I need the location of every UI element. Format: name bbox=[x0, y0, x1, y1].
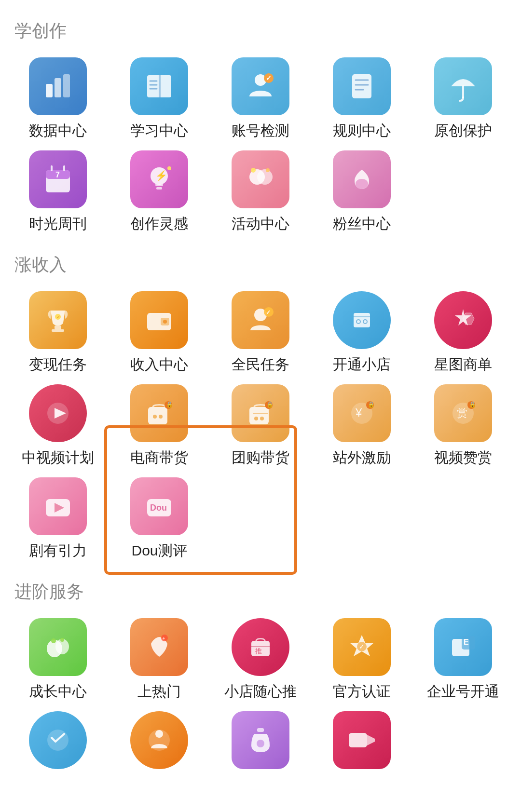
item-drama-gravity[interactable]: 剧有引力 bbox=[10, 477, 106, 561]
item-dou-review[interactable]: Dou Dou测评 bbox=[111, 477, 207, 561]
item-rules-center[interactable]: 规则中心 bbox=[314, 57, 410, 141]
all-task-label: 全民任务 bbox=[232, 355, 289, 375]
svg-text:🔒: 🔒 bbox=[166, 401, 173, 408]
item-xintu[interactable]: 星图商单 bbox=[415, 291, 511, 375]
trending-icon: + bbox=[130, 618, 188, 676]
svg-rect-87 bbox=[257, 728, 264, 732]
item-account-check[interactable]: ✓ 账号检测 bbox=[212, 57, 309, 141]
svg-point-54 bbox=[260, 417, 264, 420]
xintu-label: 星图商单 bbox=[434, 355, 492, 375]
item-cash-task[interactable]: ✓ 变现任务 bbox=[10, 291, 106, 375]
svg-point-71 bbox=[51, 638, 56, 643]
groupbuy-icon: 🔒 bbox=[232, 384, 289, 442]
item-growth-center[interactable]: 成长中心 bbox=[10, 618, 106, 702]
item-orange-btn[interactable] bbox=[111, 711, 207, 775]
orange-circle-svg bbox=[142, 723, 176, 757]
svg-rect-51 bbox=[249, 407, 269, 424]
ecommerce-icon: 🔒 bbox=[130, 384, 188, 442]
item-original-protect[interactable]: 原创保护 bbox=[415, 57, 511, 141]
fans-svg bbox=[345, 162, 379, 196]
video-reward-label: 视频赞赏 bbox=[434, 448, 492, 468]
svg-text:✓: ✓ bbox=[56, 314, 60, 320]
item-fans-center[interactable]: 粉丝中心 bbox=[314, 150, 410, 234]
item-mid-video[interactable]: 中视频计划 bbox=[10, 384, 106, 468]
ecommerce-svg: 🔒 bbox=[142, 396, 176, 430]
item-open-shop[interactable]: 开通小店 bbox=[314, 291, 410, 375]
item-purple-bottle[interactable] bbox=[212, 711, 309, 775]
item-shop-promo[interactable]: 推 小店随心推 bbox=[212, 618, 309, 702]
svg-rect-4 bbox=[159, 75, 161, 97]
item-group-buy[interactable]: 🔒 团购带货 bbox=[212, 384, 309, 468]
blue-circle-icon bbox=[29, 711, 87, 769]
enterprise-open-label: 企业号开通 bbox=[427, 682, 499, 702]
enterprise-icon: E bbox=[434, 618, 492, 676]
svg-point-48 bbox=[159, 415, 163, 419]
outside-icon: ¥ 🔒 bbox=[333, 384, 391, 442]
group-buy-label: 团购带货 bbox=[232, 448, 289, 468]
bar-chart-icon bbox=[41, 69, 75, 103]
open-shop-label: 开通小店 bbox=[333, 355, 391, 375]
shoppromo-svg: 推 bbox=[244, 630, 277, 664]
xintu-icon bbox=[434, 291, 492, 349]
svg-text:推: 推 bbox=[255, 647, 262, 655]
svg-rect-0 bbox=[46, 84, 53, 97]
item-income-center[interactable]: 收入中心 bbox=[111, 291, 207, 375]
item-video-reward[interactable]: 赏 🔒 视频赞赏 bbox=[415, 384, 511, 468]
shop-svg bbox=[345, 303, 379, 337]
growth-icon bbox=[29, 618, 87, 676]
doutest-svg: Dou bbox=[142, 489, 176, 523]
item-create-inspire[interactable]: ⚡ 创作灵感 bbox=[111, 150, 207, 234]
blue-circle-svg bbox=[41, 723, 75, 757]
orange-circle-icon bbox=[130, 711, 188, 769]
svg-rect-89 bbox=[349, 733, 367, 747]
item-outside-incentive[interactable]: ¥ 🔒 站外激励 bbox=[314, 384, 410, 468]
official-cert-label: 官方认证 bbox=[333, 682, 391, 702]
svg-point-36 bbox=[163, 320, 167, 324]
drama-svg bbox=[41, 489, 75, 523]
item-pink-video[interactable] bbox=[314, 711, 410, 775]
item-enterprise-open[interactable]: E 企业号开通 bbox=[415, 618, 511, 702]
item-all-task[interactable]: ✓ 全民任务 bbox=[212, 291, 309, 375]
book-icon bbox=[142, 69, 176, 103]
section-title-learn: 学创作 bbox=[14, 19, 511, 43]
svg-rect-24 bbox=[156, 187, 162, 189]
umbrella-icon bbox=[434, 57, 492, 115]
svg-text:+: + bbox=[163, 636, 165, 641]
rules-icon bbox=[345, 69, 379, 103]
reward-svg: 赏 🔒 bbox=[446, 396, 480, 430]
account-icon: ✓ bbox=[244, 69, 277, 103]
wallet-icon bbox=[130, 291, 188, 349]
activity-center-label: 活动中心 bbox=[232, 214, 289, 234]
fans-icon bbox=[333, 150, 391, 208]
svg-point-88 bbox=[257, 740, 264, 747]
rules-center-label: 规则中心 bbox=[333, 121, 391, 141]
fans-center-label: 粉丝中心 bbox=[333, 214, 391, 234]
svg-text:⚡: ⚡ bbox=[155, 170, 167, 181]
growth-svg bbox=[41, 630, 75, 664]
item-time-weekly[interactable]: 7 时光周刊 bbox=[10, 150, 106, 234]
svg-rect-2 bbox=[63, 74, 70, 97]
calendar-svg: 7 bbox=[41, 162, 75, 196]
item-study-center[interactable]: 学习中心 bbox=[111, 57, 207, 141]
dou-review-label: Dou测评 bbox=[131, 541, 187, 561]
item-activity-center[interactable]: 活动中心 bbox=[212, 150, 309, 234]
item-trending[interactable]: + 上热门 bbox=[111, 618, 207, 702]
item-ecommerce[interactable]: 🔒 电商带货 bbox=[111, 384, 207, 468]
growth-center-label: 成长中心 bbox=[29, 682, 87, 702]
item-blue-btn[interactable] bbox=[10, 711, 106, 775]
section-title-income: 涨收入 bbox=[14, 253, 511, 277]
trophy-icon: ✓ bbox=[29, 291, 87, 349]
shop-promo-label: 小店随心推 bbox=[224, 682, 297, 702]
svg-rect-30 bbox=[55, 325, 61, 329]
svg-rect-11 bbox=[352, 74, 371, 98]
reward-icon: 赏 🔒 bbox=[434, 384, 492, 442]
alltask-svg: ✓ bbox=[244, 303, 277, 337]
svg-rect-40 bbox=[354, 313, 370, 327]
svg-text:🔒: 🔒 bbox=[266, 401, 274, 408]
data-center-label: 数据中心 bbox=[29, 121, 87, 141]
item-official-cert[interactable]: ✓ 官方认证 bbox=[314, 618, 410, 702]
income-section: ✓ 变现任务 收入中心 bbox=[10, 291, 511, 561]
item-data-center[interactable]: 数据中心 bbox=[10, 57, 106, 141]
rules-center-icon bbox=[333, 57, 391, 115]
ecommerce-label: 电商带货 bbox=[130, 448, 188, 468]
